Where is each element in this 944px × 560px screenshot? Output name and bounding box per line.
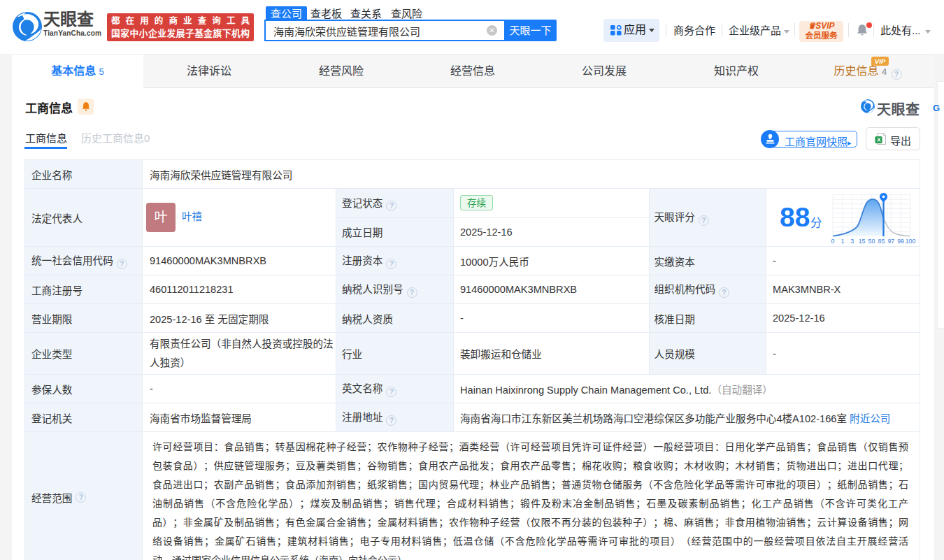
svg-text:15: 15 (859, 238, 866, 245)
svg-text:85: 85 (878, 238, 885, 245)
svg-text:99: 99 (897, 238, 904, 245)
svg-text:50: 50 (868, 238, 875, 245)
svg-text:100: 100 (906, 238, 916, 245)
svg-text:0: 0 (831, 238, 835, 245)
svg-text:3: 3 (850, 238, 854, 245)
svg-text:1: 1 (841, 238, 844, 245)
svg-text:97: 97 (887, 238, 894, 245)
